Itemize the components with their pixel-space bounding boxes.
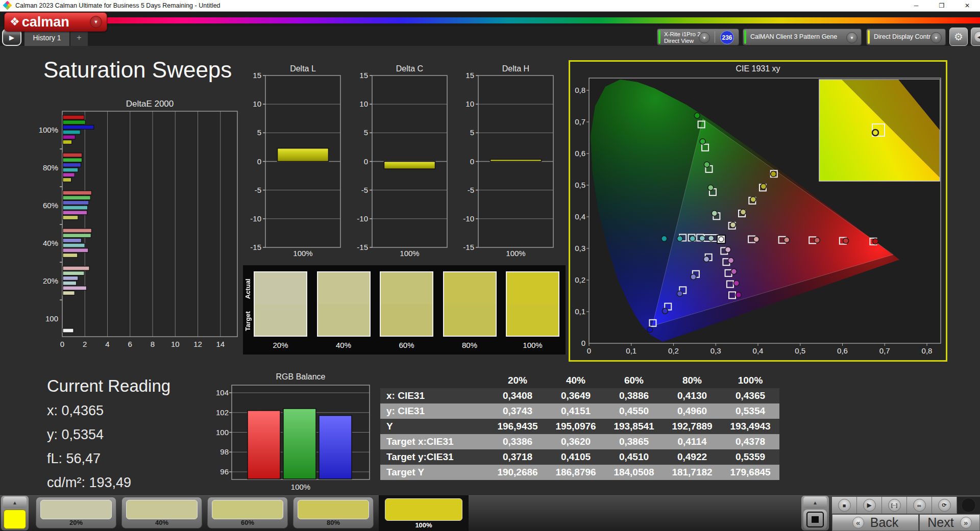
current-pattern-swatch[interactable] — [4, 510, 26, 529]
pattern-button-20%[interactable]: 20% — [36, 497, 116, 528]
y-axis-tick-label: 0 — [470, 157, 474, 166]
cie-1931-panel[interactable]: 00,10,20,30,40,50,60,70,800,10,20,30,40,… — [569, 60, 947, 362]
pattern-generator-label: CalMAN Client 3 Pattern Generator — [750, 29, 837, 45]
y-axis-tick-label: -10 — [463, 214, 474, 223]
x-axis-tick-label: 0,6 — [837, 346, 848, 355]
settings-button[interactable]: ⚙ — [949, 28, 968, 46]
pattern-label: 40% — [122, 519, 202, 526]
restore-button[interactable]: ❐ — [929, 0, 954, 11]
cyan-measured-point — [699, 236, 705, 241]
range-button[interactable]: [··] — [882, 497, 907, 514]
minimize-button[interactable]: ─ — [903, 0, 929, 11]
chevron-down-icon: ▼ — [846, 32, 857, 43]
actual-color — [381, 272, 432, 304]
chevron-down-icon: ▼ — [90, 16, 102, 28]
deltae-bar — [63, 286, 86, 290]
cell-value: 186,8796 — [547, 465, 605, 480]
actual-target-swatch — [254, 271, 307, 337]
stop-button[interactable]: ■ — [832, 497, 857, 514]
close-button[interactable]: ✕ — [954, 0, 980, 11]
pattern-generator-dropdown[interactable]: CalMAN Client 3 Pattern Generator ▼ — [743, 29, 862, 45]
x-axis-tick-label: 0,8 — [922, 346, 933, 355]
cell-value: 0,4510 — [605, 449, 663, 465]
back-button[interactable]: « Back — [832, 514, 919, 531]
blue-measured-point — [691, 274, 696, 280]
deltae-bar — [63, 125, 94, 129]
y-axis-tick-label: 0,5 — [575, 181, 585, 189]
actual-target-swatch — [317, 271, 371, 337]
current-reading-fl: fL: 56,47 — [47, 451, 170, 467]
cell-value: 0,3408 — [488, 388, 547, 403]
actual-target-swatch — [506, 271, 559, 337]
next-chevrons-icon: » — [960, 517, 972, 528]
cell-value: 0,3386 — [488, 434, 547, 449]
window-pattern-button[interactable] — [803, 510, 827, 529]
cyan-measured-point — [690, 236, 695, 241]
x-axis-label: 100% — [291, 483, 310, 491]
cell-value: 0,3865 — [605, 434, 663, 449]
play-button[interactable]: ▶ — [857, 497, 882, 514]
target-color — [318, 304, 370, 336]
pattern-button-100%[interactable]: 100% — [379, 495, 469, 531]
table-row: Y196,9435195,0976193,8541192,7889193,494… — [380, 419, 779, 434]
rgb-bar-green — [283, 409, 316, 479]
x-axis-tick-label: 0,1 — [626, 346, 636, 355]
column-header: 20% — [488, 373, 547, 388]
meter-count-badge[interactable]: 236 — [720, 31, 734, 44]
expand-up-button[interactable]: ▲ — [803, 497, 827, 508]
collapse-panel-button[interactable]: ◀ — [971, 28, 980, 46]
cell-value: 179,6845 — [721, 465, 779, 480]
x-axis-label: 100% — [293, 249, 312, 258]
cell-value: 0,3718 — [488, 449, 547, 465]
x-axis-tick-label: 4 — [105, 340, 109, 348]
meter-dropdown[interactable]: X-Rite i1Pro 2 Direct View ▼ 236 — [657, 29, 739, 45]
continuous-button[interactable]: ∞ — [907, 497, 932, 514]
pattern-button-40%[interactable]: 40% — [121, 497, 202, 528]
chart-title: Delta L — [290, 64, 316, 73]
y-axis-group-label: 40% — [43, 239, 58, 247]
y-axis-tick-label: -15 — [250, 243, 261, 251]
display-control-dropdown[interactable]: Direct Display Control ▼ — [866, 29, 946, 45]
pattern-swatch — [212, 500, 283, 519]
cell-value: 0,3620 — [547, 434, 605, 449]
y-axis-tick-label: 0,8 — [575, 86, 585, 94]
expand-up-button[interactable]: ▲ — [3, 497, 27, 508]
range-icon: [··] — [888, 499, 901, 512]
row-label: x: CIE31 — [380, 388, 488, 403]
y-axis-tick-label: 102 — [216, 408, 229, 417]
cell-value: 0,3649 — [547, 388, 605, 403]
yellow-measured-point — [771, 171, 776, 177]
stop-icon: ■ — [838, 499, 851, 512]
blue-measured-point — [704, 257, 709, 262]
y-axis-group-label: 80% — [43, 163, 58, 172]
deltae-bar — [63, 135, 75, 139]
next-button[interactable]: Next » — [919, 514, 980, 531]
cell-value: 0,4922 — [663, 449, 721, 465]
cie-chart-title: CIE 1931 xy — [570, 64, 946, 73]
red-measured-point — [753, 237, 759, 242]
cell-value: 181,7182 — [663, 465, 721, 480]
chart-title: RGB Balance — [276, 372, 326, 381]
refresh-button[interactable]: ⟳ — [932, 497, 957, 514]
disabled-orb-icon — [961, 498, 976, 513]
pattern-button-60%[interactable]: 60% — [207, 497, 288, 528]
actual-color — [318, 272, 370, 304]
target-color — [507, 304, 558, 336]
y-axis-tick-label: 0,7 — [575, 117, 585, 126]
y-axis-tick-label: -5 — [468, 186, 474, 194]
calman-logo-text: calman — [22, 14, 69, 30]
x-axis-tick-label: 0,4 — [753, 346, 764, 355]
deltae-bar — [63, 196, 90, 200]
cell-value: 0,4105 — [547, 449, 605, 465]
cell-value: 0,4114 — [663, 434, 721, 449]
delta-lch-charts: Delta L151050-5-10-15100%Delta C151050-5… — [245, 60, 567, 262]
x-axis-tick-label: 8 — [151, 340, 155, 348]
y-axis-tick-label: 0 — [364, 157, 368, 166]
calman-menu-button[interactable]: ❖ calman ▼ — [4, 12, 107, 32]
white-point-measured — [719, 237, 724, 242]
pattern-button-80%[interactable]: 80% — [293, 497, 374, 528]
y-axis-group-label: 60% — [43, 201, 58, 210]
saturation-swatch-strip: Actual Target 20%40%60%80%100% — [243, 265, 566, 355]
window-pattern-icon — [806, 512, 824, 527]
deltae-bar — [63, 276, 78, 280]
